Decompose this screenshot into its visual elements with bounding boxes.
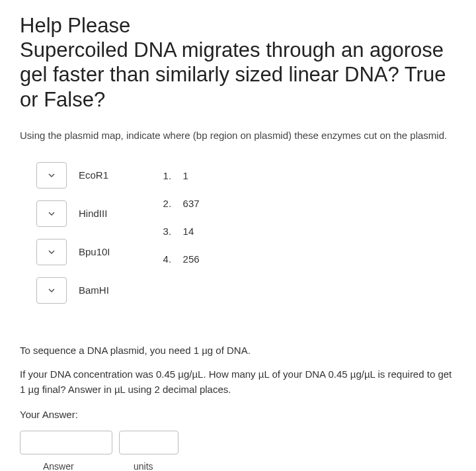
question-intro: Using the plasmid map, indicate where (b… — [20, 128, 456, 142]
enzyme-row: EcoR1 — [36, 162, 110, 189]
chevron-down-icon — [48, 250, 55, 254]
matching-section: EcoR1 HindIII Bpu10I BamHI 1. 1 2. — [20, 162, 456, 304]
enzyme-row: Bpu10I — [36, 239, 110, 265]
options-column: 1. 1 2. 637 3. 14 4. 256 — [163, 162, 200, 304]
sequence-question-line1: To sequence a DNA plasmid, you need 1 µg… — [20, 343, 456, 359]
option-row: 2. 637 — [163, 198, 200, 209]
enzyme-select-bamhi[interactable] — [36, 277, 67, 304]
sequence-question-line2: If your DNA concentration was 0.45 µg/µL… — [20, 367, 456, 397]
enzyme-row: HindIII — [36, 200, 110, 227]
answer-field[interactable] — [20, 431, 112, 454]
chevron-down-icon — [48, 212, 55, 216]
answer-inputs — [20, 431, 456, 454]
enzyme-select-hindiii[interactable] — [36, 200, 67, 227]
answer-input-label: Answer — [20, 461, 112, 471]
enzyme-label: BamHI — [79, 284, 109, 296]
option-num: 3. — [163, 226, 175, 237]
enzyme-column: EcoR1 HindIII Bpu10I BamHI — [36, 162, 110, 304]
chevron-down-icon — [48, 288, 55, 292]
chevron-down-icon — [48, 173, 55, 177]
option-row: 4. 256 — [163, 253, 200, 265]
option-value: 1 — [183, 170, 188, 181]
units-field[interactable] — [119, 431, 178, 454]
enzyme-select-bpu10i[interactable] — [36, 239, 67, 265]
option-value: 14 — [183, 226, 194, 237]
option-num: 4. — [163, 253, 175, 265]
enzyme-label: HindIII — [79, 208, 107, 219]
input-labels: Answer units — [20, 461, 456, 471]
option-num: 2. — [163, 198, 175, 209]
page-title: Help Please Supercoiled DNA migrates thr… — [20, 13, 456, 112]
option-value: 256 — [183, 253, 200, 265]
option-row: 1. 1 — [163, 170, 200, 181]
your-answer-label: Your Answer: — [20, 409, 456, 420]
units-input-label: units — [119, 461, 178, 471]
option-num: 1. — [163, 170, 175, 181]
option-value: 637 — [183, 198, 200, 209]
option-row: 3. 14 — [163, 226, 200, 237]
enzyme-label: EcoR1 — [79, 169, 108, 181]
enzyme-row: BamHI — [36, 277, 110, 304]
enzyme-select-ecor1[interactable] — [36, 162, 67, 189]
enzyme-label: Bpu10I — [79, 246, 110, 257]
